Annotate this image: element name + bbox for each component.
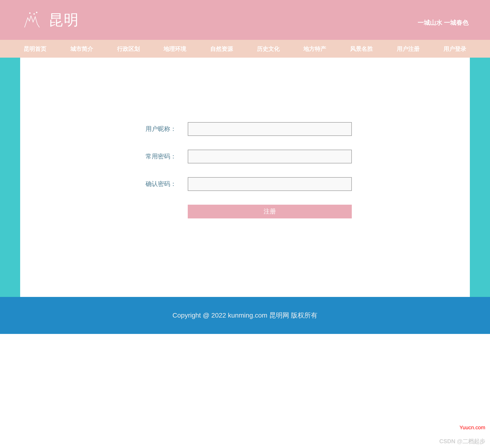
nav-specialty[interactable]: 地方特产 xyxy=(303,45,326,53)
nav-register[interactable]: 用户注册 xyxy=(397,45,420,53)
password-label: 常用密码： xyxy=(139,152,176,161)
nav-login[interactable]: 用户登录 xyxy=(444,45,466,53)
nav-resources[interactable]: 自然资源 xyxy=(210,45,233,53)
nav-home[interactable]: 昆明首页 xyxy=(24,45,46,53)
site-title: 昆明 xyxy=(49,10,79,30)
header: 昆明 一城山水 一城春色 xyxy=(0,0,490,40)
register-form: 用户昵称： 常用密码： 确认密码： 注册 xyxy=(139,122,352,218)
confirm-input[interactable] xyxy=(188,177,352,191)
svg-point-2 xyxy=(36,12,37,13)
copyright-text: Copyright @ 2022 kunming.com 昆明网 版权所有 xyxy=(173,311,318,320)
svg-point-0 xyxy=(29,13,30,14)
nickname-input[interactable] xyxy=(188,122,352,136)
svg-point-1 xyxy=(34,14,35,14)
nav-district[interactable]: 行政区划 xyxy=(117,45,140,53)
nickname-label: 用户昵称： xyxy=(139,125,176,133)
tagline: 一城山水 一城春色 xyxy=(418,18,469,27)
register-button[interactable]: 注册 xyxy=(188,205,352,218)
logo-mountain-icon xyxy=(21,9,43,31)
nav-geography[interactable]: 地理环境 xyxy=(164,45,186,53)
nav-scenery[interactable]: 风景名胜 xyxy=(350,45,373,53)
content-panel: 用户昵称： 常用密码： 确认密码： 注册 xyxy=(20,58,470,297)
nav-intro[interactable]: 城市简介 xyxy=(70,45,93,53)
password-input[interactable] xyxy=(188,150,352,163)
confirm-row: 确认密码： xyxy=(139,177,352,191)
submit-row: 注册 xyxy=(139,205,352,218)
nickname-row: 用户昵称： xyxy=(139,122,352,136)
footer: Copyright @ 2022 kunming.com 昆明网 版权所有 xyxy=(0,297,490,334)
main-area: 用户昵称： 常用密码： 确认密码： 注册 xyxy=(0,58,490,297)
main-nav: 昆明首页 城市简介 行政区划 地理环境 自然资源 历史文化 地方特产 风景名胜 … xyxy=(0,40,490,58)
nav-history[interactable]: 历史文化 xyxy=(257,45,280,53)
confirm-label: 确认密码： xyxy=(139,180,176,188)
password-row: 常用密码： xyxy=(139,150,352,163)
